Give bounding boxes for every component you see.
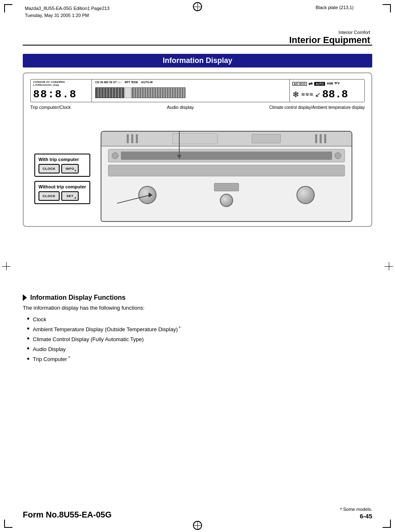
dashboard-graphic: With trip computer CLOCK INFO Without tr… <box>34 114 361 222</box>
audio-bar-empty <box>125 87 131 98</box>
list-item-climate: Climate Control Display (Fully Automatic… <box>27 335 372 342</box>
center-knob[interactable] <box>220 194 233 207</box>
clock-button-with-trip[interactable]: CLOCK <box>39 164 60 173</box>
title-rule <box>23 45 372 46</box>
display-trip-numbers: 88:8.8 <box>33 88 89 101</box>
section-label: Interior Comfort Interior Equipment <box>289 30 370 46</box>
asterisk-trip: ＊ <box>67 355 71 360</box>
display-labels-row: Trip computer/Clock Audio display Climat… <box>30 105 365 110</box>
without-trip-label: Without trip computer <box>39 184 86 189</box>
corner-mark-tr <box>383 4 391 12</box>
with-trip-label: With trip computer <box>39 157 86 162</box>
display-climate-top: A/C ECO ⇌ AUTO AMB ℉°F <box>292 81 362 87</box>
center-vent <box>172 133 218 144</box>
functions-title: Information Display Functions <box>23 294 372 301</box>
climate-number: 88.8 <box>322 88 348 101</box>
center-slot <box>214 183 239 191</box>
info-display-section: Information Display CONSUM AV CUREMNG L/… <box>23 54 372 227</box>
radio-btn-left[interactable] <box>112 152 118 159</box>
left-button-panels: With trip computer CLOCK INFO Without tr… <box>34 154 90 204</box>
corner-mark-tl <box>4 4 12 12</box>
header-plate: Black plate (213,1) <box>316 5 354 10</box>
info-button[interactable]: INFO <box>61 164 79 173</box>
header-meta-line1: Mazda3_8U55-EA-05G Edition1 Page213 <box>25 5 109 12</box>
list-item-ambient: Ambient Temperature Display (Outside Tem… <box>27 325 372 332</box>
functions-list: Clock Ambient Temperature Display (Outsi… <box>23 315 372 363</box>
car-panel-frame <box>101 131 352 222</box>
header-meta-line2: Tuesday, May 31 2005 1:20 PM <box>25 12 109 19</box>
reg-mark-top <box>193 2 202 11</box>
audio-bar-display <box>95 87 124 98</box>
with-trip-computer-panel: With trip computer CLOCK INFO <box>34 154 90 177</box>
clock-button-without-trip[interactable]: CLOCK <box>39 191 60 201</box>
climate-tag-auto: AUTO <box>314 82 325 86</box>
without-trip-btn-row: CLOCK SET <box>39 191 86 201</box>
list-item-clock: Clock <box>27 315 372 323</box>
label-trip: Trip computer/Clock <box>30 105 92 110</box>
display-trip-labels: CONSUM AV CUREMNG L/100kmile/hL.mpg <box>33 81 89 87</box>
display-panel-container: CONSUM AV CUREMNG L/100kmile/hL.mpg 88:8… <box>23 72 372 227</box>
right-vent-display <box>252 134 281 143</box>
info-display-title: Information Display <box>23 54 372 67</box>
climate-tag-ac: A/C ECO <box>292 82 307 86</box>
label-audio: Audio display <box>92 105 269 110</box>
bottom-btn-row <box>101 179 352 211</box>
control-bar <box>108 165 345 176</box>
page: Mazda3_8U55-EA-05G Edition1 Page213 Tues… <box>0 0 395 532</box>
footer-note: ＊Some models. 6-45 <box>339 506 372 520</box>
functions-description: The information display has the followin… <box>23 305 372 311</box>
display-row: CONSUM AV CUREMNG L/100kmile/hL.mpg 88:8… <box>30 79 365 102</box>
display-audio-section: CD IN MD IN ST □□ RPT RDM AUTO-M <box>92 79 290 102</box>
set-button[interactable]: SET <box>61 191 79 201</box>
footer: Form No.8U55-EA-05G ＊Some models. 6-45 <box>23 506 372 520</box>
footer-footnote: ＊Some models. <box>339 506 372 513</box>
display-audio-labels: CD IN MD IN ST □□ RPT RDM AUTO-M <box>95 81 286 84</box>
display-climate-section: A/C ECO ⇌ AUTO AMB ℉°F ❄ ≋≋≋ ↙ 88.8 <box>290 79 364 102</box>
with-trip-btn-row: CLOCK INFO <box>39 164 86 173</box>
list-item-trip: Trip Computer＊ <box>27 355 372 362</box>
display-trip-section: CONSUM AV CUREMNG L/100kmile/hL.mpg 88:8… <box>31 79 92 102</box>
list-item-audio: Audio Display <box>27 345 372 352</box>
header-meta: Mazda3_8U55-EA-05G Edition1 Page213 Tues… <box>25 5 109 19</box>
reg-mark-right <box>385 262 393 270</box>
footer-form-number: Form No.8U55-EA-05G <box>23 510 112 520</box>
audio-bar-main <box>132 87 185 98</box>
radio-btn-right[interactable] <box>335 152 341 159</box>
vent-strip <box>101 132 352 147</box>
reg-mark-bottom <box>193 521 202 530</box>
asterisk-ambient: ＊ <box>178 325 182 330</box>
corner-mark-bl <box>4 520 12 528</box>
radio-strip <box>108 149 345 162</box>
corner-mark-br <box>383 520 391 528</box>
reg-mark-left <box>2 262 10 270</box>
without-trip-computer-panel: Without trip computer CLOCK SET <box>34 181 90 204</box>
functions-section: Information Display Functions The inform… <box>23 294 372 365</box>
section-main-label: Interior Equipment <box>289 35 370 46</box>
triangle-bullet-icon <box>23 294 27 301</box>
radio-display <box>121 152 332 160</box>
right-knob[interactable] <box>296 186 315 204</box>
section-sub-label: Interior Comfort <box>289 30 370 35</box>
footer-page-number: 6-45 <box>339 513 372 520</box>
left-knob[interactable] <box>138 186 157 204</box>
display-audio-bars <box>95 84 286 101</box>
label-climate: Climate control display/Ambient temperat… <box>269 105 365 110</box>
